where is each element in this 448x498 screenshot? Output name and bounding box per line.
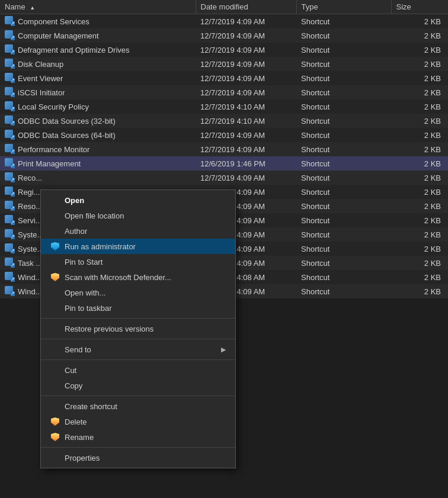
file-date: 12/6/2019 1:46 PM xyxy=(196,156,296,171)
context-menu-item-copy[interactable]: Copy xyxy=(41,378,235,393)
file-type: Shortcut xyxy=(296,156,391,171)
context-menu-separator xyxy=(41,396,235,396)
table-row[interactable]: Event Viewer12/7/2019 4:09 AMShortcut2 K… xyxy=(0,71,448,85)
context-menu-item-create-shortcut[interactable]: Create shortcut xyxy=(41,399,235,414)
file-date: 12/7/2019 4:09 AM xyxy=(196,71,296,85)
context-menu-item-pin-taskbar[interactable]: Pin to taskbar xyxy=(41,300,235,316)
file-icon xyxy=(5,229,14,240)
file-icon xyxy=(5,16,14,27)
context-menu-label: Copy xyxy=(65,381,82,390)
file-icon xyxy=(5,172,14,184)
file-type: Shortcut xyxy=(296,43,391,57)
file-date: 12/7/2019 4:09 AM xyxy=(196,85,296,99)
file-icon xyxy=(5,130,14,141)
file-date: 12/7/2019 4:09 AM xyxy=(196,57,296,71)
file-size: 2 KB xyxy=(391,28,448,43)
file-type: Shortcut xyxy=(296,71,391,85)
file-size: 2 KB xyxy=(391,156,448,171)
column-header-size[interactable]: Size xyxy=(391,0,448,14)
file-type: Shortcut xyxy=(296,171,391,185)
context-menu-item-pin-to-start[interactable]: Pin to Start xyxy=(41,254,235,269)
no-icon xyxy=(50,365,60,375)
context-menu-label: Open with... xyxy=(65,288,105,297)
table-row[interactable]: Reco...12/7/2019 4:09 AMShortcut2 KB xyxy=(0,171,448,185)
file-icon xyxy=(5,201,14,212)
no-icon xyxy=(50,303,60,313)
context-menu-item-scan-defender[interactable]: Scan with Microsoft Defender... xyxy=(41,269,235,285)
shield-yellow-icon xyxy=(50,417,60,426)
context-menu: OpenOpen file locationAuthorRun as admin… xyxy=(40,189,236,468)
file-type: Shortcut xyxy=(296,28,391,43)
file-type: Shortcut xyxy=(296,99,391,114)
file-name: Component Services xyxy=(18,17,89,26)
table-row[interactable]: ODBC Data Sources (64-bit)12/7/2019 4:09… xyxy=(0,128,448,142)
table-row[interactable]: ODBC Data Sources (32-bit)12/7/2019 4:10… xyxy=(0,114,448,128)
file-size: 2 KB xyxy=(391,99,448,114)
file-icon xyxy=(5,87,14,98)
file-icon xyxy=(5,158,14,169)
context-menu-label: Author xyxy=(65,227,87,236)
file-icon xyxy=(5,101,14,113)
file-icon xyxy=(5,115,14,127)
context-menu-label: Pin to taskbar xyxy=(65,304,112,313)
no-icon xyxy=(50,257,60,266)
context-menu-item-restore-prev[interactable]: Restore previous versions xyxy=(41,321,235,336)
file-icon xyxy=(5,73,14,84)
file-name: Disk Cleanup xyxy=(18,60,63,69)
file-name: Performance Monitor xyxy=(18,145,89,154)
context-menu-item-rename[interactable]: Rename xyxy=(41,429,235,445)
file-size: 2 KB xyxy=(391,71,448,85)
context-menu-item-open[interactable]: Open xyxy=(41,192,235,208)
context-menu-item-send-to[interactable]: Send to▶ xyxy=(41,342,235,357)
file-size: 2 KB xyxy=(391,256,448,270)
context-menu-item-properties[interactable]: Properties xyxy=(41,450,235,465)
context-menu-label: Send to xyxy=(65,345,91,354)
column-header-date[interactable]: Date modified xyxy=(196,0,296,14)
context-menu-separator xyxy=(41,359,235,360)
table-row[interactable]: iSCSI Initiator12/7/2019 4:09 AMShortcut… xyxy=(0,85,448,99)
table-row[interactable]: Disk Cleanup12/7/2019 4:09 AMShortcut2 K… xyxy=(0,57,448,71)
sort-arrow: ▲ xyxy=(30,5,35,11)
file-type: Shortcut xyxy=(296,284,391,298)
table-row[interactable]: Print Management12/6/2019 1:46 PMShortcu… xyxy=(0,156,448,171)
file-type: Shortcut xyxy=(296,242,391,256)
file-name: Wind... xyxy=(18,273,41,282)
file-icon xyxy=(5,215,14,226)
context-menu-item-open-file-loc[interactable]: Open file location xyxy=(41,208,235,223)
table-row[interactable]: Computer Management12/7/2019 4:09 AMShor… xyxy=(0,28,448,43)
context-menu-item-cut[interactable]: Cut xyxy=(41,362,235,378)
table-row[interactable]: Component Services12/7/2019 4:09 AMShort… xyxy=(0,14,448,29)
context-menu-item-open-with[interactable]: Open with... xyxy=(41,285,235,300)
file-icon xyxy=(5,286,14,297)
file-name: Syste... xyxy=(18,230,43,239)
file-type: Shortcut xyxy=(296,199,391,213)
context-menu-separator xyxy=(41,447,235,448)
file-name: Regi... xyxy=(18,188,40,197)
column-header-name[interactable]: Name ▲ xyxy=(0,0,196,14)
file-size: 2 KB xyxy=(391,14,448,29)
submenu-arrow-icon: ▶ xyxy=(221,346,226,354)
context-menu-label: Rename xyxy=(65,433,94,442)
file-name: Event Viewer xyxy=(18,74,63,83)
file-icon xyxy=(5,187,14,198)
file-type: Shortcut xyxy=(296,142,391,156)
file-name: Reso... xyxy=(18,202,42,211)
table-row[interactable]: Local Security Policy12/7/2019 4:10 AMSh… xyxy=(0,99,448,114)
file-icon xyxy=(5,272,14,283)
context-menu-item-author[interactable]: Author xyxy=(41,223,235,239)
file-size: 2 KB xyxy=(391,114,448,128)
file-size: 2 KB xyxy=(391,242,448,256)
shield-blue-icon xyxy=(50,242,60,251)
table-row[interactable]: Performance Monitor12/7/2019 4:09 AMShor… xyxy=(0,142,448,156)
context-menu-label: Open xyxy=(65,196,84,205)
no-icon xyxy=(50,324,60,333)
file-icon xyxy=(5,243,14,255)
context-menu-label: Properties xyxy=(65,454,100,462)
context-menu-item-run-as-admin[interactable]: Run as administrator xyxy=(41,239,235,254)
context-menu-item-delete[interactable]: Delete xyxy=(41,414,235,429)
column-header-type[interactable]: Type xyxy=(296,0,391,14)
file-size: 2 KB xyxy=(391,270,448,284)
file-name: ODBC Data Sources (32-bit) xyxy=(18,117,116,126)
table-row[interactable]: Defragment and Optimize Drives12/7/2019 … xyxy=(0,43,448,57)
file-date: 12/7/2019 4:09 AM xyxy=(196,171,296,185)
